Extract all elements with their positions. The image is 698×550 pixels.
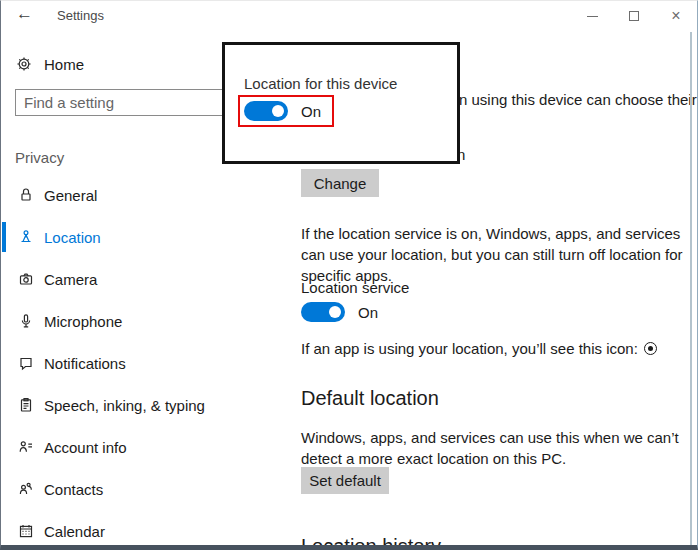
clipped-paragraph-fragment: n using this device can choose their xyxy=(459,91,697,108)
location-service-paragraph: If the location service is on, Windows, … xyxy=(301,223,698,286)
titlebar: ← Settings × xyxy=(1,1,697,31)
close-button[interactable]: × xyxy=(655,1,697,31)
clipboard-icon xyxy=(18,397,34,413)
sidebar-item-camera[interactable]: Camera xyxy=(1,258,291,300)
location-for-device-state: On xyxy=(301,103,321,120)
location-in-use-icon xyxy=(644,342,657,355)
popup-title: Location for this device xyxy=(244,75,397,92)
account-icon xyxy=(18,439,34,455)
microphone-icon xyxy=(18,313,34,329)
default-location-heading: Default location xyxy=(301,387,439,410)
maximize-button[interactable] xyxy=(613,1,655,31)
gear-icon xyxy=(16,56,32,72)
sidebar-item-contacts[interactable]: Contacts xyxy=(1,468,291,510)
contacts-icon xyxy=(18,481,34,497)
red-highlight-box: On xyxy=(238,95,334,127)
location-service-state: On xyxy=(358,304,378,321)
nav-label: Microphone xyxy=(44,313,122,330)
nav-label: General xyxy=(44,187,97,204)
set-default-button[interactable]: Set default xyxy=(301,467,389,494)
nav-label: Contacts xyxy=(44,481,103,498)
sidebar-item-home[interactable]: Home xyxy=(16,49,84,79)
sidebar-item-location[interactable]: Location xyxy=(1,216,291,258)
location-for-device-toggle[interactable] xyxy=(244,101,288,121)
lock-icon xyxy=(18,187,34,203)
nav-label: Location xyxy=(44,229,101,246)
notifications-icon xyxy=(18,355,34,371)
close-icon: × xyxy=(671,8,680,24)
sidebar-nav: General Location Camera Microphone Notif… xyxy=(1,174,291,550)
calendar-icon xyxy=(18,523,34,539)
sidebar-item-account-info[interactable]: Account info xyxy=(1,426,291,468)
nav-label: Camera xyxy=(44,271,97,288)
maximize-icon xyxy=(629,11,639,21)
nav-label: Calendar xyxy=(44,523,105,540)
window-title: Settings xyxy=(57,8,104,23)
sidebar-item-calendar[interactable]: Calendar xyxy=(1,510,291,550)
default-location-paragraph: Windows, apps, and services can use this… xyxy=(301,427,698,469)
minimize-button[interactable] xyxy=(571,1,613,31)
location-history-heading: Location history xyxy=(301,535,441,550)
scrollbar[interactable] xyxy=(690,32,692,546)
settings-window: ← Settings × Home Privacy General Locati… xyxy=(0,0,698,550)
back-button[interactable]: ← xyxy=(16,4,33,24)
location-service-label: Location service xyxy=(301,279,409,296)
location-in-use-text: If an app is using your location, you’ll… xyxy=(301,340,638,357)
home-label: Home xyxy=(44,56,84,73)
minimize-icon xyxy=(587,16,598,17)
location-service-toggle[interactable] xyxy=(301,302,345,322)
sidebar-item-notifications[interactable]: Notifications xyxy=(1,342,291,384)
camera-icon xyxy=(18,271,34,287)
sidebar-item-general[interactable]: General xyxy=(1,174,291,216)
location-service-toggle-row: On xyxy=(301,302,378,322)
nav-label: Notifications xyxy=(44,355,126,372)
window-controls: × xyxy=(571,1,697,31)
change-button[interactable]: Change xyxy=(301,169,379,197)
location-in-use-line: If an app is using your location, you’ll… xyxy=(301,340,657,357)
location-icon xyxy=(18,229,34,245)
sidebar-item-microphone[interactable]: Microphone xyxy=(1,300,291,342)
location-for-device-popup: Location for this device On xyxy=(222,42,460,164)
nav-label: Account info xyxy=(44,439,127,456)
privacy-section-label: Privacy xyxy=(15,149,64,166)
nav-label: Speech, inking, & typing xyxy=(44,397,205,414)
sidebar-item-speech[interactable]: Speech, inking, & typing xyxy=(1,384,291,426)
